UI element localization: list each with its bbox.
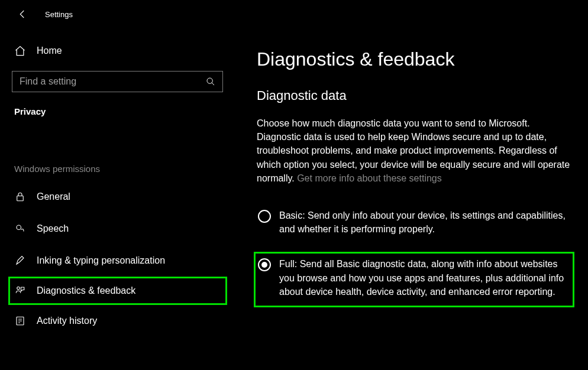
radio-full[interactable]: Full: Send all Basic diagnostic data, al… — [257, 255, 571, 304]
history-icon — [14, 315, 26, 327]
sidebar: Home Privacy Windows permissions General — [0, 28, 235, 370]
main-panel: Diagnostics & feedback Diagnostic data C… — [235, 28, 588, 370]
feedback-icon — [14, 285, 26, 297]
page-title: Diagnostics & feedback — [257, 48, 571, 70]
section-head: Diagnostic data — [257, 88, 571, 103]
sidebar-item-label: Activity history — [37, 316, 97, 326]
svg-rect-1 — [17, 196, 24, 201]
description-link[interactable]: Get more info about these settings — [297, 173, 442, 183]
sidebar-item-label: Speech — [37, 223, 69, 234]
sidebar-item-label: Inking & typing personalization — [37, 255, 165, 266]
radio-label: Basic: Send only info about your device,… — [279, 209, 568, 236]
window-title: Settings — [45, 10, 73, 19]
svg-point-3 — [17, 287, 20, 290]
sidebar-group: Windows permissions — [0, 164, 235, 174]
sidebar-item-inking[interactable]: Inking & typing personalization — [0, 245, 235, 277]
nav-home[interactable]: Home — [0, 39, 235, 63]
sidebar-item-diagnostics[interactable]: Diagnostics & feedback — [8, 277, 227, 305]
svg-point-2 — [17, 225, 21, 230]
home-icon — [14, 45, 26, 57]
search-icon — [205, 76, 217, 87]
description: Choose how much diagnostic data you want… — [257, 116, 571, 185]
sidebar-section: Privacy — [0, 106, 235, 116]
radio-basic[interactable]: Basic: Send only info about your device,… — [257, 206, 571, 242]
svg-point-0 — [207, 78, 212, 83]
sidebar-item-general[interactable]: General — [0, 181, 235, 213]
sidebar-item-label: General — [37, 192, 70, 202]
sidebar-item-label: Diagnostics & feedback — [37, 285, 135, 296]
radio-circle-icon — [258, 210, 271, 223]
search-box[interactable] — [12, 71, 223, 92]
sidebar-item-speech[interactable]: Speech — [0, 213, 235, 245]
radio-circle-icon — [258, 258, 271, 271]
search-input[interactable] — [20, 76, 205, 87]
back-button[interactable] — [11, 2, 34, 26]
speech-icon — [14, 223, 26, 235]
radio-label: Full: Send all Basic diagnostic data, al… — [279, 257, 568, 298]
nav-home-label: Home — [37, 46, 62, 56]
pen-icon — [14, 255, 26, 267]
sidebar-item-activity[interactable]: Activity history — [0, 305, 235, 337]
lock-icon — [14, 191, 26, 203]
